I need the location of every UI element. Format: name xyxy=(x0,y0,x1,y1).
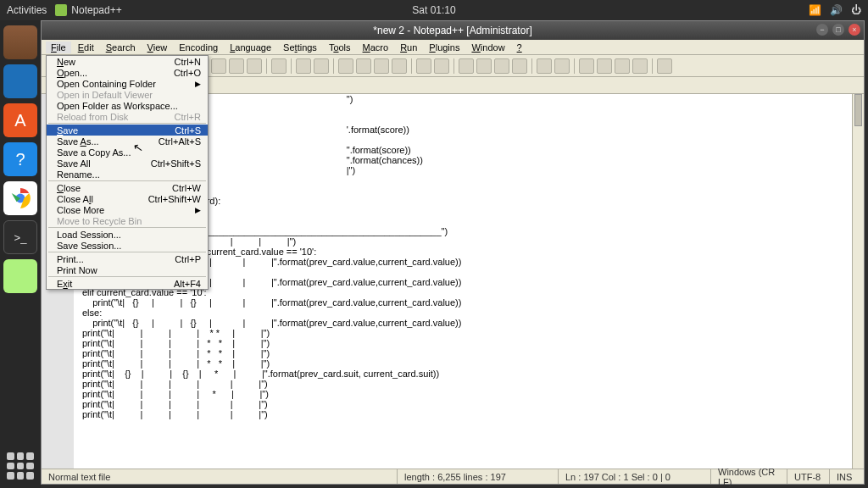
toolbar-btn[interactable] xyxy=(476,58,492,74)
toolbar-btn[interactable] xyxy=(229,58,244,74)
launcher-libreoffice[interactable] xyxy=(3,64,37,98)
clock[interactable]: Sat 01:10 xyxy=(412,4,455,16)
toolbar-btn[interactable] xyxy=(632,58,648,74)
menu-file[interactable]: File xyxy=(46,42,71,53)
toolbar-btn[interactable] xyxy=(597,58,612,74)
toolbar-btn[interactable] xyxy=(579,58,594,74)
launcher-help[interactable]: ? xyxy=(3,142,37,176)
toolbar-sep xyxy=(531,58,532,74)
launcher-notepadpp[interactable] xyxy=(3,259,37,293)
activities-button[interactable]: Activities xyxy=(7,4,47,16)
file-menu-item[interactable]: Load Session... xyxy=(47,229,208,240)
menu-tools[interactable]: Tools xyxy=(324,42,356,53)
chrome-icon xyxy=(9,187,31,209)
status-encoding[interactable]: UTF-8 xyxy=(787,469,830,484)
file-menu-item[interactable]: Open Containing Folder▶ xyxy=(47,78,208,89)
file-menu-item[interactable]: Save Session... xyxy=(47,240,208,251)
network-icon[interactable]: 📶 xyxy=(809,4,821,16)
titlebar[interactable]: *new 2 - Notepad++ [Administrator] − □ × xyxy=(42,21,864,40)
launcher-software[interactable]: A xyxy=(3,103,37,137)
file-menu-item[interactable]: Save AllCtrl+Shift+S xyxy=(47,158,208,169)
file-menu-item[interactable]: Print...Ctrl+P xyxy=(47,253,208,264)
status-filetype: Normal text file xyxy=(42,469,398,484)
toolbar-btn[interactable] xyxy=(416,58,431,74)
toolbar-btn[interactable] xyxy=(296,58,311,74)
launcher-show-apps[interactable] xyxy=(7,452,34,480)
menu-settings[interactable]: Settings xyxy=(278,42,322,53)
file-menu-item[interactable]: Print Now xyxy=(47,264,208,275)
toolbar-btn[interactable] xyxy=(494,58,509,74)
toolbar-sep xyxy=(333,58,334,74)
notepadpp-window: *new 2 - Notepad++ [Administrator] − □ ×… xyxy=(41,20,865,485)
toolbar-btn[interactable] xyxy=(512,58,527,74)
file-menu-item[interactable]: Rename... xyxy=(47,169,208,180)
window-title: *new 2 - Notepad++ [Administrator] xyxy=(373,25,531,36)
file-menu-item[interactable]: Save a Copy As... xyxy=(47,147,208,158)
file-menu-item[interactable]: Open...Ctrl+O xyxy=(47,67,208,78)
file-menu-item[interactable]: NewCtrl+N xyxy=(47,56,208,67)
file-menu-item: Reload from DiskCtrl+R xyxy=(47,111,208,122)
menu-search[interactable]: Search xyxy=(101,42,141,53)
toolbar-btn[interactable] xyxy=(554,58,570,74)
menu-encoding[interactable]: Encoding xyxy=(174,42,223,53)
minimize-button[interactable]: − xyxy=(816,24,828,36)
menubar: File Edit Search View Encoding Language … xyxy=(42,40,864,55)
menu-edit[interactable]: Edit xyxy=(73,42,99,53)
status-pos: Ln : 197 Col : 1 Sel : 0 | 0 xyxy=(559,469,711,484)
status-length: length : 6,255 lines : 197 xyxy=(398,469,559,484)
power-icon[interactable]: ⏻ xyxy=(851,4,861,16)
close-button[interactable]: × xyxy=(849,24,860,36)
toolbar-btn[interactable] xyxy=(314,58,329,74)
vertical-scrollbar[interactable] xyxy=(852,94,864,469)
launcher-files[interactable] xyxy=(3,25,37,59)
menu-help[interactable]: ? xyxy=(512,42,527,53)
file-menu-item[interactable]: CloseCtrl+W xyxy=(47,182,208,193)
desktop-top-panel: Activities Notepad++ Sat 01:10 📶 🔊 ⏻ xyxy=(0,0,868,20)
file-menu-dropdown: NewCtrl+NOpen...Ctrl+OOpen Containing Fo… xyxy=(46,55,209,290)
app-indicator[interactable]: Notepad++ xyxy=(55,4,121,16)
toolbar-sep xyxy=(574,58,575,74)
toolbar-btn[interactable] xyxy=(392,58,407,74)
menu-plugins[interactable]: Plugins xyxy=(424,42,465,53)
menu-view[interactable]: View xyxy=(142,42,173,53)
toolbar-btn[interactable] xyxy=(247,58,262,74)
menu-run[interactable]: Run xyxy=(395,42,422,53)
toolbar-sep xyxy=(652,58,653,74)
menu-language[interactable]: Language xyxy=(225,42,276,53)
launcher-dock: A ? >_ xyxy=(0,20,41,488)
file-menu-item[interactable]: SaveCtrl+S xyxy=(47,125,208,136)
menu-macro[interactable]: Macro xyxy=(358,42,394,53)
launcher-terminal[interactable]: >_ xyxy=(3,220,37,254)
file-menu-item[interactable]: Close More▶ xyxy=(47,204,208,215)
toolbar-btn[interactable] xyxy=(211,58,226,74)
scrollbar-thumb[interactable] xyxy=(854,94,862,126)
volume-icon[interactable]: 🔊 xyxy=(830,4,843,16)
file-menu-item[interactable]: Close AllCtrl+Shift+W xyxy=(47,193,208,204)
toolbar-sep xyxy=(291,58,292,74)
file-menu-item: Move to Recycle Bin xyxy=(47,215,208,226)
toolbar-btn[interactable] xyxy=(459,58,474,74)
toolbar-btn[interactable] xyxy=(657,58,672,74)
file-menu-item: Open in Default Viewer xyxy=(47,89,208,100)
statusbar: Normal text file length : 6,255 lines : … xyxy=(42,469,864,484)
status-eol[interactable]: Windows (CR LF) xyxy=(711,469,787,484)
toolbar-btn[interactable] xyxy=(338,58,353,74)
toolbar-btn[interactable] xyxy=(434,58,449,74)
notepadpp-icon xyxy=(55,4,67,16)
toolbar-btn[interactable] xyxy=(537,58,552,74)
file-menu-item[interactable]: Open Folder as Workspace... xyxy=(47,100,208,111)
file-menu-item[interactable]: Save As...Ctrl+Alt+S xyxy=(47,136,208,147)
toolbar-btn[interactable] xyxy=(615,58,630,74)
toolbar-btn[interactable] xyxy=(374,58,389,74)
maximize-button[interactable]: □ xyxy=(832,24,844,36)
menu-window[interactable]: Window xyxy=(466,42,509,53)
toolbar-sep xyxy=(453,58,454,74)
toolbar-sep xyxy=(266,58,267,74)
launcher-chrome[interactable] xyxy=(3,181,37,215)
status-mode[interactable]: INS xyxy=(830,469,859,484)
toolbar-btn[interactable] xyxy=(356,58,371,74)
toolbar-btn[interactable] xyxy=(271,58,287,74)
toolbar-sep xyxy=(411,58,412,74)
file-menu-item[interactable]: ExitAlt+F4 xyxy=(47,278,208,289)
